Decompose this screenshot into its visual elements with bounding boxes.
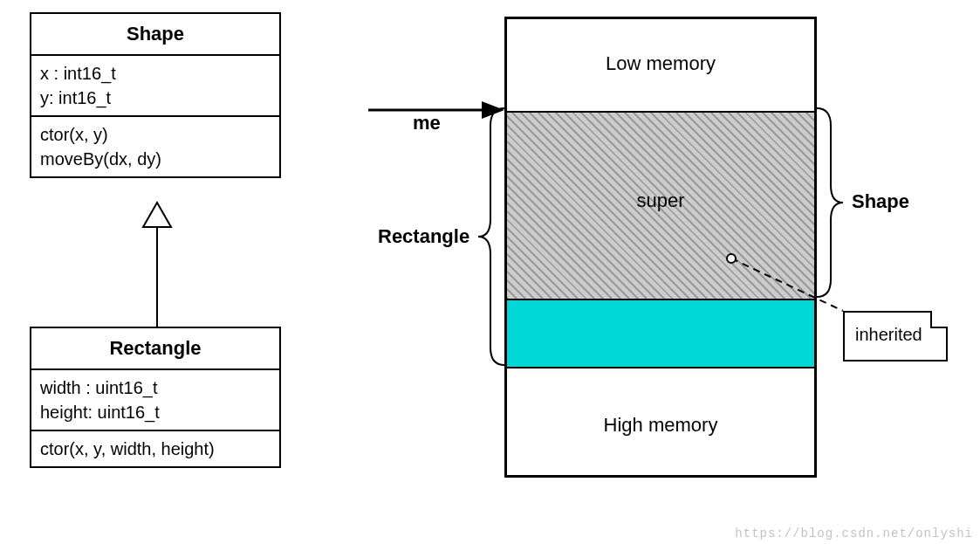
memory-label-low: Low memory [507,52,814,75]
brace-left-icon [478,108,504,365]
uml-class-shape-attrs: x : int16_t y: int16_t [31,56,279,117]
diagram-root: Shape x : int16_t y: int16_t ctor(x, y) … [0,0,980,544]
watermark: https://blog.csdn.net/onlyshi [735,527,973,541]
uml-class-rectangle-methods: ctor(x, y, width, height) [31,431,279,466]
note-inherited: inherited [843,311,948,362]
uml-class-shape: Shape x : int16_t y: int16_t ctor(x, y) … [30,12,281,178]
note-anchor-icon [731,258,853,320]
uml-class-rectangle-title: Rectangle [31,328,279,370]
uml-class-rectangle: Rectangle width : uint16_t height: uint1… [30,327,281,468]
uml-attr: y: int16_t [40,86,271,110]
svg-marker-0 [143,203,171,227]
svg-line-4 [731,258,843,311]
uml-attr: height: uint16_t [40,400,271,424]
brace-left-label: Rectangle [378,225,469,248]
brace-right-label: Shape [852,190,909,213]
note-text: inherited [855,325,922,344]
uml-class-shape-title: Shape [31,14,279,56]
pointer-label-me: me [413,112,441,134]
memory-label-high: High memory [507,414,814,437]
uml-attr: width : uint16_t [40,375,271,400]
uml-class-shape-methods: ctor(x, y) moveBy(dx, dy) [31,117,279,176]
memory-layout-block: Low memory super High memory [504,17,817,478]
uml-class-rectangle-attrs: width : uint16_t height: uint16_t [31,370,279,431]
uml-method: ctor(x, y, width, height) [40,437,271,461]
uml-method: ctor(x, y) [40,122,271,147]
inheritance-arrow-icon [122,203,192,327]
memory-label-super: super [507,189,814,212]
uml-method: moveBy(dx, dy) [40,147,271,171]
svg-point-5 [727,254,736,263]
uml-attr: x : int16_t [40,61,271,86]
